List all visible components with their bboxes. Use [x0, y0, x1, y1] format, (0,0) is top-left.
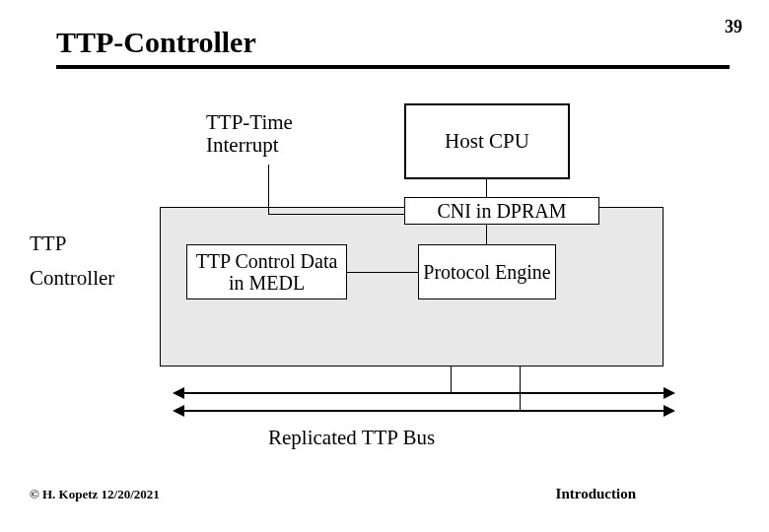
bus-line-2	[182, 410, 665, 412]
connector-line	[520, 366, 521, 411]
protocol-engine-label: Protocol Engine	[423, 261, 550, 283]
medl-label: TTP Control Data in MEDL	[187, 250, 346, 294]
title-underline	[56, 65, 730, 69]
host-cpu-box: Host CPU	[404, 103, 570, 179]
footer-section: Introduction	[556, 486, 636, 502]
connector-line	[451, 366, 452, 393]
connector-line	[486, 225, 487, 244]
diagram-area: TTP-Time Interrupt Host CPU CNI in DPRAM…	[56, 103, 667, 433]
connector-line	[268, 165, 269, 214]
protocol-engine-box: Protocol Engine	[418, 244, 556, 299]
ttp-time-interrupt-label: TTP-Time Interrupt	[206, 111, 329, 157]
connector-line	[486, 179, 487, 197]
footer-copyright: © H. Kopetz 12/20/2021	[30, 487, 160, 502]
connector-line	[268, 214, 426, 215]
title-bar: TTP-Controller	[56, 26, 730, 69]
arrow-right-icon	[664, 405, 675, 417]
cni-label: CNI in DPRAM	[437, 200, 566, 223]
arrow-left-icon	[173, 387, 184, 399]
cni-box: CNI in DPRAM	[404, 197, 599, 225]
bus-line-1	[182, 392, 665, 394]
host-cpu-label: Host CPU	[445, 129, 529, 154]
slide-title: TTP-Controller	[56, 26, 730, 65]
side-label-controller: Controller	[30, 266, 114, 291]
side-label-ttp: TTP	[30, 232, 66, 256]
connector-line	[347, 272, 418, 273]
arrow-right-icon	[664, 387, 675, 399]
medl-box: TTP Control Data in MEDL	[186, 244, 347, 299]
arrow-left-icon	[173, 405, 184, 417]
bus-label: Replicated TTP Bus	[268, 426, 435, 450]
